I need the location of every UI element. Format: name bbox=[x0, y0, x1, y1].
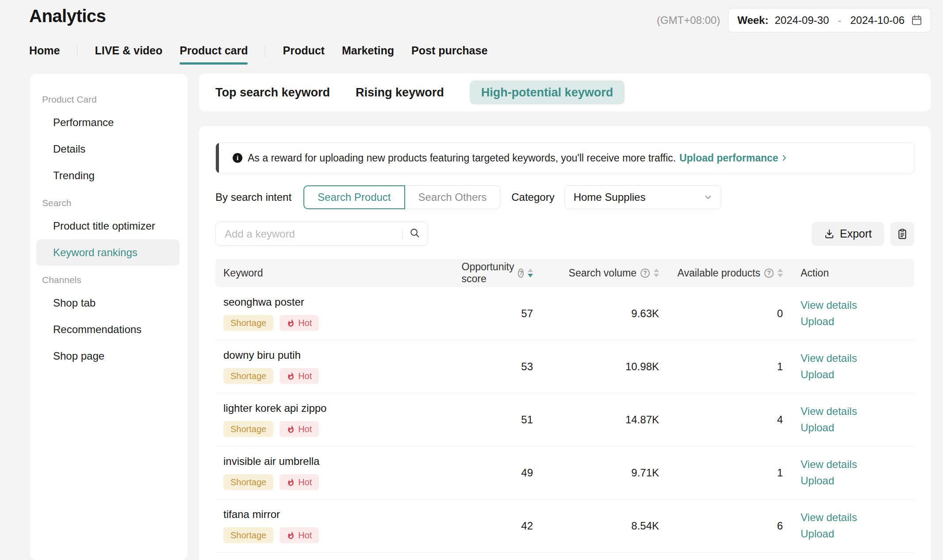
upload-performance-link[interactable]: Upload performance bbox=[679, 152, 788, 164]
header-right: (GMT+08:00) Week: 2024-09-30 - 2024-10-0… bbox=[657, 8, 931, 32]
column-header-search-volume: Search volume ? bbox=[533, 267, 659, 279]
nav-tab-live-video[interactable]: LIVE & video bbox=[95, 44, 162, 65]
sort-icon[interactable] bbox=[778, 268, 783, 277]
shortage-badge: Shortage bbox=[223, 527, 273, 543]
week-date-separator: - bbox=[838, 14, 841, 27]
download-icon bbox=[824, 229, 835, 239]
week-date-range-picker[interactable]: Week: 2024-09-30 - 2024-10-06 bbox=[728, 8, 931, 32]
keyword-name: tifana mirror bbox=[223, 508, 471, 521]
view-details-link[interactable]: View details bbox=[801, 352, 914, 364]
nav-tab-post-purchase[interactable]: Post purchase bbox=[411, 44, 487, 65]
upload-link[interactable]: Upload bbox=[801, 368, 914, 381]
tab-rising-keyword[interactable]: Rising keyword bbox=[356, 86, 444, 100]
content-card: i As a reward for uploading new products… bbox=[199, 126, 931, 560]
info-icon: i bbox=[233, 153, 242, 163]
nav-tab-marketing[interactable]: Marketing bbox=[342, 44, 394, 65]
sort-icon[interactable] bbox=[654, 268, 659, 277]
nav-divider bbox=[77, 46, 77, 58]
sort-icon[interactable] bbox=[528, 268, 533, 277]
sidebar: Product Card Performance Details Trendin… bbox=[30, 74, 188, 560]
upload-link[interactable]: Upload bbox=[801, 475, 914, 487]
week-end-date: 2024-10-06 bbox=[850, 14, 905, 27]
intent-option-search-others[interactable]: Search Others bbox=[405, 185, 501, 209]
category-selected-value: Home Supplies bbox=[574, 191, 646, 203]
upload-link[interactable]: Upload bbox=[801, 315, 914, 328]
hot-badge: Hot bbox=[280, 527, 319, 543]
banner-accent-bar bbox=[216, 143, 219, 173]
search-input[interactable] bbox=[218, 228, 402, 240]
view-details-link[interactable]: View details bbox=[801, 458, 914, 471]
main-content: Top search keyword Rising keyword High-p… bbox=[199, 73, 931, 560]
opportunity-score-value: 42 bbox=[471, 520, 533, 532]
search-volume-value: 9.71K bbox=[533, 467, 659, 479]
sidebar-item-recommendations[interactable]: Recommendations bbox=[30, 316, 188, 343]
table-row: tifana mirror Shortage Hot 42 8.54K 6 Vi… bbox=[215, 499, 914, 552]
flame-icon bbox=[287, 478, 295, 487]
sidebar-section-channels: Channels bbox=[30, 270, 188, 290]
table-row: seonghwa poster Shortage Hot 57 9.63K 0 … bbox=[215, 287, 914, 340]
sidebar-item-product-title-optimizer[interactable]: Product title optimizer bbox=[30, 213, 188, 239]
category-select[interactable]: Home Supplies bbox=[564, 185, 721, 209]
keyword-name: lighter korek api zippo bbox=[223, 402, 471, 414]
view-details-link[interactable]: View details bbox=[801, 299, 914, 311]
table-header-row: Keyword Opportunity score ? Search volum… bbox=[215, 259, 914, 287]
nav-tab-product-card[interactable]: Product card bbox=[180, 44, 248, 65]
nav-divider bbox=[265, 46, 265, 58]
table-row: invisible air umbrella Shortage Hot 49 9… bbox=[215, 446, 914, 499]
sidebar-item-details[interactable]: Details bbox=[30, 136, 188, 162]
view-details-link[interactable]: View details bbox=[801, 511, 914, 524]
tab-top-search-keyword[interactable]: Top search keyword bbox=[215, 86, 330, 100]
saved-list-button[interactable] bbox=[890, 222, 914, 246]
hot-badge: Hot bbox=[280, 315, 319, 331]
sidebar-item-shop-tab[interactable]: Shop tab bbox=[30, 290, 188, 316]
keyword-tabs-card: Top search keyword Rising keyword High-p… bbox=[199, 73, 931, 111]
flame-icon bbox=[287, 425, 295, 433]
sidebar-item-trending[interactable]: Trending bbox=[30, 162, 188, 189]
nav-tab-home[interactable]: Home bbox=[29, 44, 60, 65]
week-label: Week: bbox=[737, 14, 768, 27]
sidebar-section-search: Search bbox=[30, 193, 188, 213]
available-products-value: 4 bbox=[659, 414, 783, 426]
available-products-value: 6 bbox=[659, 520, 783, 532]
nav-tab-product[interactable]: Product bbox=[283, 44, 324, 65]
help-icon[interactable]: ? bbox=[764, 268, 774, 278]
search-volume-value: 10.98K bbox=[533, 361, 659, 373]
view-details-link[interactable]: View details bbox=[801, 405, 914, 418]
upload-link[interactable]: Upload bbox=[801, 528, 914, 540]
available-products-value: 1 bbox=[659, 467, 783, 479]
table-row: lighter korek api zippo Shortage Hot 51 … bbox=[215, 393, 914, 446]
intent-option-search-product[interactable]: Search Product bbox=[303, 185, 405, 209]
tab-high-potential-keyword[interactable]: High-potential keyword bbox=[470, 81, 625, 104]
export-button[interactable]: Export bbox=[812, 222, 884, 246]
sidebar-item-keyword-rankings[interactable]: Keyword rankings bbox=[36, 239, 180, 266]
chevron-down-icon bbox=[703, 192, 713, 202]
keyword-name: invisible air umbrella bbox=[223, 455, 471, 468]
flame-icon bbox=[287, 319, 295, 327]
sidebar-item-shop-page[interactable]: Shop page bbox=[30, 343, 188, 369]
shortage-badge: Shortage bbox=[223, 421, 273, 437]
shortage-badge: Shortage bbox=[223, 368, 273, 384]
clipboard-icon bbox=[897, 228, 908, 240]
table-row: downy biru putih Shortage Hot 53 10.98K … bbox=[215, 340, 914, 393]
available-products-value: 1 bbox=[659, 361, 783, 373]
table-toolbar: Export bbox=[812, 222, 914, 246]
help-icon[interactable]: ? bbox=[640, 268, 650, 278]
shortage-badge: Shortage bbox=[223, 315, 273, 331]
sidebar-item-performance[interactable]: Performance bbox=[30, 109, 188, 136]
column-header-available-products: Available products ? bbox=[659, 267, 783, 279]
available-products-value: 0 bbox=[659, 307, 783, 320]
upload-link[interactable]: Upload bbox=[801, 422, 914, 434]
chevron-right-icon bbox=[780, 154, 788, 162]
calendar-icon bbox=[911, 14, 923, 26]
help-icon[interactable]: ? bbox=[518, 268, 524, 278]
keyword-name: downy biru putih bbox=[223, 349, 471, 361]
flame-icon bbox=[287, 372, 295, 380]
flame-icon bbox=[287, 531, 295, 540]
search-toolbar-row: Export bbox=[215, 222, 914, 246]
opportunity-score-value: 53 bbox=[471, 361, 533, 373]
search-intent-segmented-control: Search Product Search Others bbox=[303, 185, 500, 209]
banner-text: As a reward for uploading new products f… bbox=[248, 152, 676, 164]
column-header-keyword: Keyword bbox=[215, 267, 471, 279]
shortage-badge: Shortage bbox=[223, 474, 273, 490]
search-icon[interactable] bbox=[409, 227, 421, 241]
